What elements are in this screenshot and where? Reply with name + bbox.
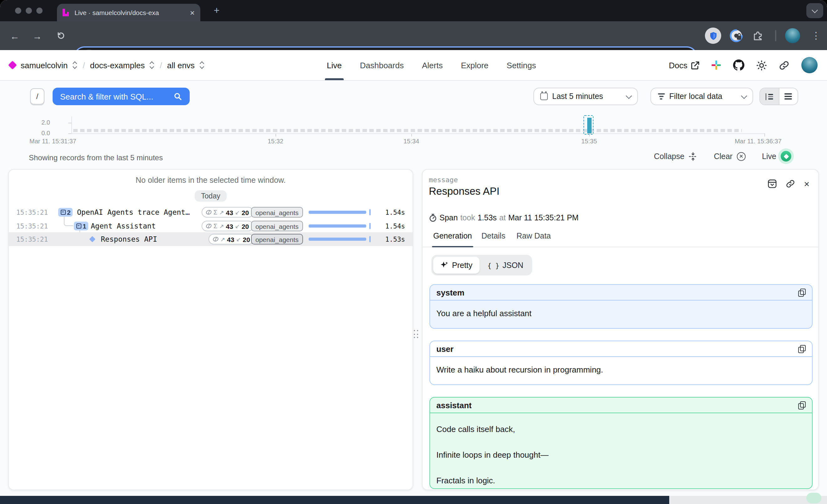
- chevron-down-icon: [741, 92, 747, 99]
- trace-row-selected[interactable]: 15:35:21 Responses API ↗43 ↙20 openai_ag…: [9, 232, 412, 246]
- x-tick-label: Mar 11. 15:31:37: [30, 138, 77, 145]
- row-timestamp: 15:35:21: [16, 236, 48, 243]
- puzzle-icon: [752, 31, 763, 41]
- live-toggle[interactable]: Live: [762, 151, 791, 161]
- tree-view-button[interactable]: [760, 88, 779, 105]
- slash-shortcut-key: /: [30, 88, 44, 105]
- selector-updown-icon[interactable]: [150, 61, 155, 69]
- slack-link[interactable]: [711, 60, 721, 70]
- copy-icon[interactable]: [798, 345, 806, 353]
- panel-resize-handle[interactable]: [414, 330, 419, 339]
- span-diamond-icon: [89, 236, 95, 242]
- empty-window-notice: No older items in the selected time wind…: [9, 176, 412, 185]
- token-count-pill: Σ ↗43 ↙20: [202, 207, 253, 217]
- external-link-icon: [691, 61, 699, 69]
- list-view-button[interactable]: [779, 88, 797, 105]
- nav-tab-alerts[interactable]: Alerts: [422, 50, 443, 80]
- copy-icon[interactable]: [798, 401, 806, 409]
- json-view-button[interactable]: { } JSON: [481, 261, 530, 269]
- duration-bar: [309, 224, 366, 228]
- app-header: samuelcolvin / docs-examples / all envs …: [0, 50, 827, 81]
- scope-tag: openai_agents: [251, 207, 303, 217]
- live-indicator-icon: [781, 151, 791, 161]
- logfire-logo-icon: [8, 61, 17, 69]
- browser-tab[interactable]: Live · samuelcolvin/docs-exa ×: [57, 4, 200, 21]
- theme-toggle[interactable]: [756, 60, 767, 70]
- collapse-button[interactable]: Collapse: [654, 152, 697, 161]
- github-link[interactable]: [733, 59, 744, 71]
- extensions-puzzle-icon[interactable]: [752, 31, 763, 41]
- nav-tab-dashboards[interactable]: Dashboards: [360, 50, 404, 80]
- nav-tab-explore[interactable]: Explore: [461, 50, 488, 80]
- main-nav: Live Dashboards Alerts Explore Settings: [327, 50, 536, 80]
- tab-close-icon[interactable]: ×: [190, 8, 195, 16]
- filter-local-data-dropdown[interactable]: Filter local data: [650, 88, 753, 105]
- time-range-dropdown[interactable]: Last 5 minutes: [533, 88, 638, 105]
- arrow-up-right-icon: ↗: [219, 209, 224, 215]
- span-duration-line: Span took 1.53s at Mar 11 15:35:21 PM: [429, 213, 578, 222]
- tokens-icon: [205, 223, 212, 229]
- timeline-baseline-dashes: [73, 129, 742, 132]
- collapse-box-icon: [76, 223, 81, 229]
- lock-ring-icon: [728, 28, 744, 44]
- back-button[interactable]: ←: [10, 21, 19, 50]
- breadcrumb-env[interactable]: all envs: [167, 60, 195, 70]
- new-tab-button[interactable]: +: [209, 3, 224, 18]
- x-axis-line: [71, 133, 765, 134]
- github-icon: [733, 59, 744, 71]
- clear-button[interactable]: Clear: [714, 152, 746, 161]
- message-card-user: user Write a haiku about recursion in pr…: [430, 341, 813, 385]
- collapse-children-badge[interactable]: 2: [58, 208, 73, 217]
- message-role: user: [436, 344, 453, 353]
- window-minimize-button[interactable]: [26, 7, 32, 14]
- row-timestamp: 15:35:21: [16, 208, 48, 216]
- bitwarden-extension-icon[interactable]: [705, 28, 721, 44]
- haiku-line: Fractals in logic.: [436, 476, 806, 485]
- window-close-button[interactable]: [15, 7, 21, 14]
- window-controls[interactable]: [15, 7, 43, 14]
- arrow-up-right-icon: ↗: [221, 236, 225, 242]
- dock-panel-icon[interactable]: [768, 179, 777, 189]
- pretty-view-button[interactable]: Pretty: [433, 257, 479, 273]
- y-tick-label: 2.0: [31, 119, 50, 126]
- floating-widget-bubble[interactable]: [806, 493, 821, 503]
- breadcrumb-org[interactable]: samuelcolvin: [21, 60, 67, 70]
- password-extension-icon[interactable]: [728, 28, 744, 44]
- detail-title: Responses API: [429, 185, 499, 197]
- trace-row[interactable]: 15:35:21 1 Agent Assistant Σ ↗43 ↙20 ope…: [9, 219, 412, 233]
- tab-details[interactable]: Details: [481, 232, 505, 247]
- message-body: Write a haiku about recursion in program…: [430, 357, 812, 383]
- browser-menu-button[interactable]: ⋮: [811, 21, 821, 50]
- timeline-record-bar[interactable]: [587, 118, 592, 133]
- reload-button[interactable]: [56, 21, 65, 50]
- link-icon: [779, 60, 789, 70]
- clear-circle-x-icon: [737, 152, 746, 161]
- close-panel-icon[interactable]: ×: [804, 179, 810, 189]
- copy-icon[interactable]: [798, 288, 806, 296]
- copy-link-icon[interactable]: [786, 179, 795, 189]
- chevron-down-icon: [812, 7, 818, 13]
- browser-profile-avatar[interactable]: [785, 28, 800, 43]
- tab-generation[interactable]: Generation: [433, 232, 472, 247]
- share-link-button[interactable]: [779, 60, 789, 70]
- nav-tab-live[interactable]: Live: [327, 50, 342, 80]
- sigma-sum-icon: Σ: [213, 222, 217, 230]
- token-count-pill: Σ ↗43 ↙20: [202, 221, 253, 231]
- trace-row[interactable]: 15:35:21 2 OpenAI Agents trace Agent… Σ …: [9, 205, 412, 219]
- docs-link[interactable]: Docs: [669, 60, 699, 70]
- breadcrumb-project[interactable]: docs-examples: [90, 60, 145, 70]
- selector-updown-icon[interactable]: [200, 61, 205, 69]
- collapse-children-badge[interactable]: 1: [74, 222, 89, 231]
- list-view-icon: [785, 93, 792, 100]
- message-card-assistant: assistant Code calls itself back, Infini…: [430, 397, 813, 489]
- nav-tab-settings[interactable]: Settings: [507, 50, 536, 80]
- search-input[interactable]: Search & filter with SQL...: [53, 88, 190, 105]
- user-avatar[interactable]: [801, 57, 818, 73]
- window-zoom-button[interactable]: [36, 7, 43, 14]
- tab-search-button[interactable]: [806, 3, 823, 18]
- message-role: system: [436, 288, 465, 297]
- selector-updown-icon[interactable]: [72, 61, 78, 69]
- breadcrumb-separator: /: [83, 60, 85, 70]
- forward-button[interactable]: →: [33, 21, 42, 50]
- tab-raw-data[interactable]: Raw Data: [517, 232, 551, 247]
